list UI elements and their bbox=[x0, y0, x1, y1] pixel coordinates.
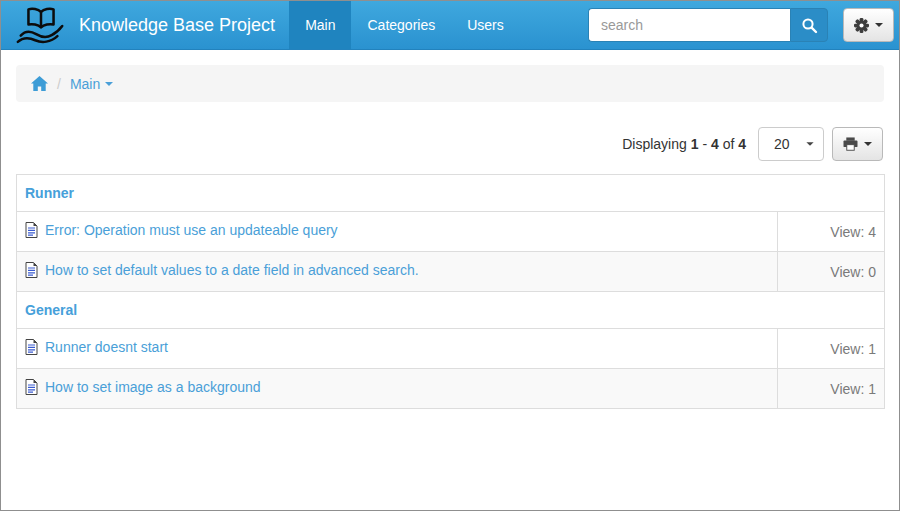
articles-table: Runner Error: Operation must use an upda… bbox=[16, 174, 885, 409]
views-count: View: 4 bbox=[778, 212, 885, 252]
gear-icon bbox=[854, 18, 869, 33]
caret-down-icon bbox=[864, 142, 872, 146]
page-size-select[interactable]: 20 bbox=[758, 127, 824, 161]
search-input[interactable] bbox=[588, 8, 790, 42]
printer-icon bbox=[843, 137, 858, 151]
book-in-hand-logo-icon bbox=[13, 4, 69, 46]
category-row: General bbox=[17, 292, 885, 329]
app-title: Knowledge Base Project bbox=[79, 15, 275, 36]
document-icon bbox=[25, 262, 38, 283]
magnifier-icon bbox=[801, 17, 818, 34]
caret-down-icon bbox=[105, 82, 113, 86]
article-row: Runner doesnt start View: 1 bbox=[17, 329, 885, 369]
category-row: Runner bbox=[17, 175, 885, 212]
nav-item-categories[interactable]: Categories bbox=[351, 1, 451, 49]
views-count: View: 1 bbox=[778, 369, 885, 409]
views-count: View: 1 bbox=[778, 329, 885, 369]
breadcrumb-home-link[interactable] bbox=[31, 76, 48, 91]
settings-dropdown-button[interactable] bbox=[843, 8, 894, 42]
displaying-status: Displaying 1 - 4 of 4 bbox=[622, 136, 746, 152]
category-link[interactable]: General bbox=[25, 302, 77, 318]
category-link[interactable]: Runner bbox=[25, 185, 74, 201]
article-row: Error: Operation must use an updateable … bbox=[17, 212, 885, 252]
article-link[interactable]: How to set default values to a date fiel… bbox=[45, 262, 419, 278]
views-count: View: 0 bbox=[778, 252, 885, 292]
print-dropdown-button[interactable] bbox=[832, 127, 883, 161]
list-toolbar: Displaying 1 - 4 of 4 20 bbox=[16, 127, 883, 161]
breadcrumb-current-label: Main bbox=[70, 76, 100, 92]
select-caret-icon bbox=[806, 142, 813, 146]
home-icon bbox=[31, 76, 48, 91]
nav-item-main[interactable]: Main bbox=[289, 1, 351, 49]
article-row: How to set default values to a date fiel… bbox=[17, 252, 885, 292]
page: { "header": { "brand": "Knowledge Base P… bbox=[0, 0, 900, 511]
nav-item-users[interactable]: Users bbox=[451, 1, 520, 49]
document-icon bbox=[25, 379, 38, 400]
brand-link[interactable]: Knowledge Base Project bbox=[1, 1, 289, 49]
article-row: How to set image as a background View: 1 bbox=[17, 369, 885, 409]
caret-down-icon bbox=[875, 23, 883, 27]
article-link[interactable]: How to set image as a background bbox=[45, 379, 261, 395]
navbar: Knowledge Base Project Main Categories U… bbox=[1, 1, 899, 50]
search-form bbox=[588, 8, 828, 42]
main-nav: Main Categories Users bbox=[289, 1, 520, 49]
document-icon bbox=[25, 339, 38, 360]
article-link[interactable]: Runner doesnt start bbox=[45, 339, 168, 355]
search-button[interactable] bbox=[790, 8, 828, 42]
breadcrumb-separator: / bbox=[57, 76, 61, 92]
breadcrumb-current-dropdown[interactable]: Main bbox=[70, 76, 113, 92]
article-link[interactable]: Error: Operation must use an updateable … bbox=[45, 222, 338, 238]
page-size-value: 20 bbox=[774, 136, 790, 152]
document-icon bbox=[25, 222, 38, 243]
kb-table-body: Runner Error: Operation must use an upda… bbox=[17, 175, 885, 409]
breadcrumb: / Main bbox=[16, 65, 884, 102]
